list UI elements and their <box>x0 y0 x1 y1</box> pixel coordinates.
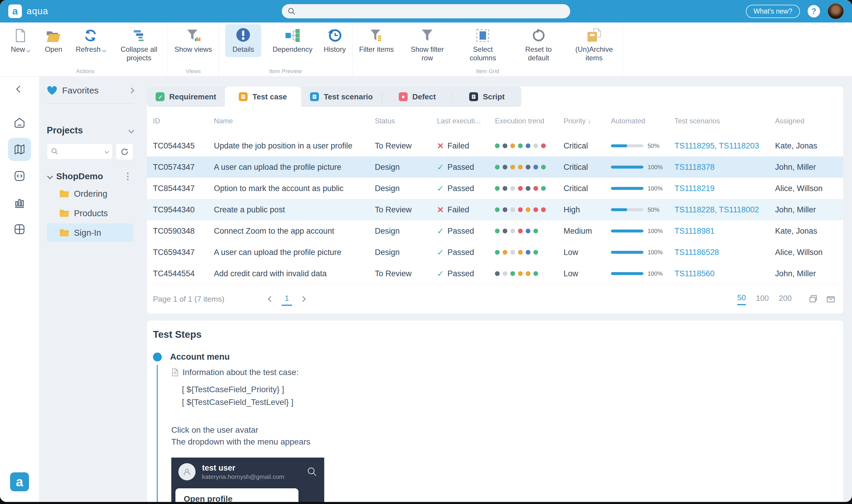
chevron-down-icon[interactable] <box>128 127 134 133</box>
page-size-50[interactable]: 50 <box>737 293 746 305</box>
show-views-button[interactable]: Show views <box>175 27 212 54</box>
project-refresh-button[interactable] <box>116 143 133 160</box>
refresh-icon <box>121 148 129 156</box>
new-button[interactable]: New <box>10 27 31 54</box>
requirement-icon <box>156 92 164 101</box>
project-search-input[interactable] <box>47 143 113 159</box>
column-header-assigned[interactable]: Assigned <box>775 117 843 125</box>
next-page-button[interactable] <box>300 296 306 302</box>
table-row-selected[interactable]: TC0574347 A user can upload the profile … <box>147 157 843 178</box>
cell-priority: High <box>564 205 611 214</box>
cell-status: Design <box>375 184 437 193</box>
cell-execution-trend <box>495 165 564 169</box>
unarchive-items-button[interactable]: (Un)Archive items <box>572 27 616 62</box>
cell-id: TC4544554 <box>153 269 214 278</box>
new-document-icon <box>15 29 26 42</box>
user-avatar[interactable] <box>828 3 844 19</box>
chevron-right-icon[interactable] <box>128 88 134 93</box>
tree-folder-products[interactable]: Products <box>47 204 133 223</box>
cell-test-scenarios-link[interactable]: TS1118981 <box>674 227 775 236</box>
step-name[interactable]: Account menu <box>170 352 230 362</box>
tab-defect[interactable]: Defect <box>382 87 452 107</box>
refresh-button[interactable]: Refresh <box>76 27 106 54</box>
tree-node-shopdemo[interactable]: ShopDemo ⋮ <box>47 169 133 184</box>
trend-dot-blue <box>526 143 530 148</box>
ribbon-group-caption: Actions <box>3 68 168 74</box>
trend-dot-yellow <box>518 271 523 276</box>
tree-folder-ordering[interactable]: Ordering <box>47 184 133 203</box>
kebab-menu-icon[interactable]: ⋮ <box>123 172 132 181</box>
column-header-automated[interactable]: Automated <box>611 117 674 125</box>
copy-pages-icon[interactable] <box>808 294 819 304</box>
favorites-header[interactable]: Favorites <box>47 86 133 95</box>
collapse-sidebar-button[interactable] <box>17 87 22 93</box>
tab-test-scenario[interactable]: Test scenario <box>301 87 382 107</box>
dependency-button[interactable]: Dependency <box>272 27 312 54</box>
show-filter-row-button[interactable]: Show filter row <box>405 27 449 62</box>
table-row[interactable]: TC0590348 Connect Zoom to the app accoun… <box>147 220 843 242</box>
cell-test-scenarios-link[interactable]: TS1118295, TS1118203 <box>674 141 775 150</box>
details-button[interactable]: Details <box>225 24 261 57</box>
cell-status: To Review <box>375 141 437 150</box>
filter-items-button[interactable]: Filter items <box>359 27 394 54</box>
trend-dot-green <box>495 186 500 191</box>
page-number[interactable]: 1 <box>282 292 292 306</box>
search-icon <box>51 148 58 155</box>
step-info-label: Information about the test case: <box>183 368 298 377</box>
aqua-logo-icon: a <box>8 4 22 18</box>
archive-box-icon[interactable] <box>826 294 836 304</box>
cell-test-scenarios-link[interactable]: TS1118219 <box>674 184 775 193</box>
reset-to-default-button[interactable]: Reset to default <box>516 27 561 62</box>
step-attachment-screenshot[interactable]: test user kateryna.hornysh@gmail.com Ope… <box>171 457 324 502</box>
chevron-down-icon[interactable] <box>47 173 53 179</box>
nav-dashboard-button[interactable] <box>8 218 31 241</box>
heart-icon <box>47 86 57 95</box>
history-button[interactable]: History <box>324 27 346 54</box>
previous-page-button[interactable] <box>268 296 274 302</box>
tab-script[interactable]: Script <box>453 87 521 107</box>
tab-requirement[interactable]: Requirement <box>147 87 225 107</box>
table-row[interactable]: TC0544345 Update the job position in a u… <box>147 135 843 157</box>
test-scenario-icon <box>310 92 319 101</box>
nav-home-button[interactable] <box>8 111 31 134</box>
chevron-down-icon[interactable] <box>105 149 109 154</box>
result-icon: ✕ <box>437 205 444 215</box>
projects-header[interactable]: Projects <box>47 125 133 136</box>
table-row[interactable]: TC6594347 A user can upload the profile … <box>147 242 843 263</box>
column-header-id[interactable]: ID <box>153 117 214 125</box>
select-columns-button[interactable]: Select columns <box>460 27 505 62</box>
nav-reports-button[interactable] <box>8 191 31 214</box>
ribbon-group-actions: New Open Refresh Collapse all projects A… <box>3 22 168 76</box>
trend-dot-green <box>533 229 538 233</box>
trend-dot-green <box>533 250 538 255</box>
tab-test-case[interactable]: Test case <box>225 87 301 107</box>
column-header-execution-trend[interactable]: Execution trend <box>495 117 564 125</box>
collapse-all-projects-button[interactable]: Collapse all projects <box>117 27 161 62</box>
table-row[interactable]: TC4544554 Add credit card with invalid d… <box>147 263 843 284</box>
table-row[interactable]: TC8544347 Option to mark the account as … <box>147 178 843 199</box>
column-header-priority[interactable]: Priority↓ <box>564 117 611 125</box>
cell-priority: Low <box>564 248 611 257</box>
column-header-name[interactable]: Name <box>214 117 375 125</box>
column-header-test-scenarios[interactable]: Test scenarios <box>674 117 775 125</box>
trend-dot-green <box>541 186 546 191</box>
page-size-100[interactable]: 100 <box>756 294 768 305</box>
whats-new-button[interactable]: What's new? <box>746 5 800 18</box>
cell-test-scenarios-link[interactable]: TS1118560 <box>674 269 775 278</box>
tree-folder-sign-in[interactable]: Sign-In <box>47 223 133 242</box>
cell-test-scenarios-link[interactable]: TS1118228, TS1118002 <box>674 205 775 214</box>
nav-projects-button[interactable] <box>8 138 31 161</box>
trend-dot-red <box>533 207 538 212</box>
main-area: Requirement Test case Test scenario Defe… <box>141 77 852 502</box>
help-button[interactable]: ? <box>808 5 820 17</box>
cell-test-scenarios-link[interactable]: TS11186528 <box>674 248 775 257</box>
column-header-last-execution[interactable]: Last executi... <box>437 117 495 125</box>
column-header-status[interactable]: Status <box>375 117 437 125</box>
step-variable-line: [ ${TestCaseField_TestLevel} ] <box>182 396 843 409</box>
page-size-200[interactable]: 200 <box>779 294 792 305</box>
global-search-input[interactable] <box>282 4 570 18</box>
table-row-highlighted[interactable]: TC9544340 Create a public post To Review… <box>147 199 843 220</box>
open-button[interactable]: Open <box>42 27 65 54</box>
cell-test-scenarios-link[interactable]: TS1118378 <box>674 163 775 172</box>
nav-scripts-button[interactable] <box>8 164 31 187</box>
